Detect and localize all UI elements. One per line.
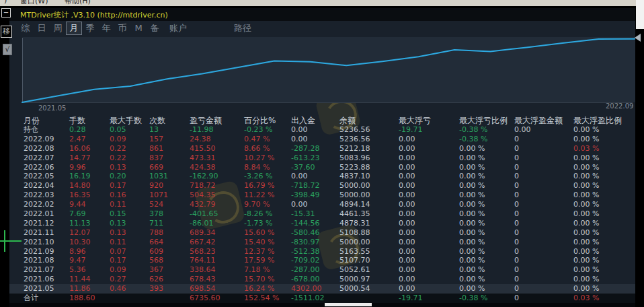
row-label: 2022.02: [24, 200, 69, 209]
table-cell: 0.00 %: [459, 265, 514, 275]
tab-日[interactable]: 日: [34, 22, 50, 35]
table-row[interactable]: 2021.1010.300.11664667.4215.40 %-830.975…: [9, 238, 635, 247]
table-cell: 11.22 %: [244, 191, 291, 200]
table-cell: -8.26 %: [244, 209, 291, 219]
tab-季[interactable]: 季: [82, 22, 98, 35]
table-cell: 0.00: [291, 135, 339, 144]
table-cell: 5000.54: [339, 284, 399, 294]
table-cell: 5223.88: [339, 163, 399, 172]
table-cell: 0.15: [110, 209, 149, 219]
row-label: 2021.07: [24, 265, 69, 275]
table-cell: 0.00 %: [459, 191, 514, 200]
table-cell: 0.00 %: [459, 284, 514, 294]
row-label: 2022.01: [24, 209, 69, 219]
table-cell: 378: [149, 209, 190, 219]
table-cell: 13: [149, 125, 190, 135]
table-row[interactable]: 2022.017.690.15378-401.65-8.26 %-15.3144…: [9, 209, 635, 219]
table-row[interactable]: 2022.0414.800.17920718.7216.79 %-718.725…: [9, 181, 635, 191]
table-cell: 0.00 %: [573, 163, 635, 172]
table-header-row: 月份手数最大手数次数盈亏金额百分比%出入金余额最大浮亏最大浮亏比例最大浮盈金额最…: [9, 115, 635, 125]
table-cell: 1071: [149, 191, 190, 200]
tab-月[interactable]: 月: [66, 22, 82, 35]
table-cell: 4302.00: [291, 284, 339, 294]
table-cell: 0: [514, 256, 573, 265]
tab-周[interactable]: 周: [50, 22, 66, 35]
table-cell: 0: [514, 284, 573, 294]
tab-路径[interactable]: 路径: [229, 22, 257, 35]
row-label: 2022.04: [24, 181, 69, 191]
os-menu-fragment[interactable]: ): [4, 0, 7, 5]
tab-年[interactable]: 年: [98, 22, 114, 35]
tab-币[interactable]: 币: [114, 22, 130, 35]
table-total-row[interactable]: 合计188.606735.60152.54 %-1511.02-19.71-0.…: [9, 294, 635, 303]
table-cell: 0.00: [514, 125, 573, 135]
table-cell: 0: [514, 247, 573, 257]
table-cell: 5052.61: [339, 265, 399, 275]
table-cell: 16.35: [69, 191, 110, 200]
table-row[interactable]: 2022.0316.350.161071504.3511.22 %-398.49…: [9, 191, 635, 200]
table-row[interactable]: 2021.089.470.17568764.1117.59 %-709.0251…: [9, 256, 635, 265]
table-row[interactable]: 2021.1112.070.13788689.3415.60 %-580.465…: [9, 228, 635, 238]
table-cell: 5000.00: [339, 238, 399, 247]
table-row[interactable]: 2021.0511.860.46393698.5416.24 %4302.005…: [9, 284, 635, 294]
table-cell: 11.44: [69, 275, 110, 284]
table-cell: 157: [149, 135, 190, 144]
table-row[interactable]: 2022.092.470.0915724.380.47 %0.005236.56…: [9, 135, 635, 144]
table-cell: -580.46: [291, 228, 339, 238]
table-cell: -86.01: [190, 219, 244, 228]
table-row[interactable]: 2021.075.360.09367338.647.18 %-287.00505…: [9, 265, 635, 275]
minimize-button[interactable]: −: [1, 8, 11, 18]
table-cell: 0: [514, 191, 573, 200]
table-cell: [339, 294, 399, 303]
table-cell: 626: [149, 275, 190, 284]
table-row[interactable]: 2021.1211.130.13711-86.01-1.73 %-144.564…: [9, 219, 635, 228]
table-cell: 0.00 %: [459, 247, 514, 257]
table-cell: 0.20: [110, 172, 149, 181]
table-cell: -19.71: [399, 125, 459, 135]
table-cell: 0.00 %: [459, 163, 514, 172]
table-cell: 0.00 %: [459, 256, 514, 265]
table-cell: 5.36: [69, 265, 110, 275]
tab-账户[interactable]: 账户: [163, 22, 194, 35]
tab-M[interactable]: M: [130, 22, 147, 35]
table-cell: 920: [149, 181, 190, 191]
table-row[interactable]: 2022.0714.770.22837473.3110.27 %-613.235…: [9, 154, 635, 163]
table-cell: 9.96: [69, 163, 110, 172]
move-button[interactable]: 移: [1, 26, 12, 38]
os-menu-window[interactable]: 窗口(W): [20, 0, 48, 6]
table-cell: 0.00 %: [573, 209, 635, 219]
table-cell: 0.13: [110, 219, 149, 228]
table-cell: 2.47: [69, 135, 110, 144]
table-cell: 0.00 %: [573, 256, 635, 265]
table-cell: -287.28: [291, 144, 339, 154]
tab-综[interactable]: 综: [17, 22, 34, 35]
os-menu-bar: ) 窗口(W) 帮助(H): [0, 0, 644, 6]
tab-备[interactable]: 备: [147, 22, 163, 35]
table-row[interactable]: 2021.0611.440.27626678.4315.70 %-678.005…: [9, 275, 635, 284]
table-row[interactable]: 2022.069.960.13669424.388.84 %-37.605223…: [9, 163, 635, 172]
table-row[interactable]: 2022.0816.060.22861415.508.66 %-287.2852…: [9, 144, 635, 154]
table-cell: 0.00 %: [573, 219, 635, 228]
check-button[interactable]: √: [3, 44, 12, 55]
table-row[interactable]: 2022.0516.190.201031-162.90-3.26 %0.0048…: [9, 172, 635, 181]
table-cell: -1511.02: [291, 294, 339, 303]
table-cell: 0.00: [399, 200, 459, 209]
table-cell: -830.97: [291, 238, 339, 247]
os-menu-help[interactable]: 帮助(H): [65, 0, 91, 6]
table-cell: 0.11: [110, 200, 149, 209]
table-cell: 0.00: [399, 256, 459, 265]
table-cell: 473.31: [190, 154, 244, 163]
table-row[interactable]: 2022.029.440.11524432.799.70 %0.004894.1…: [9, 200, 635, 209]
table-cell: 0.00 %: [573, 135, 635, 144]
table-cell: 0.00: [399, 247, 459, 257]
table-row[interactable]: 持仓0.280.0513-11.98-0.23 %0.005236.56-19.…: [9, 125, 635, 135]
table-cell: 0.09: [110, 135, 149, 144]
horizontal-scrollbar-track[interactable]: [9, 303, 635, 307]
table-cell: 17.59 %: [244, 256, 291, 265]
column-header: 百分比%: [244, 115, 291, 125]
table-cell: -613.23: [291, 154, 339, 163]
table-row[interactable]: 2021.098.960.07609568.2312.37 %-512.3851…: [9, 247, 635, 257]
table-cell: 0.00 %: [459, 172, 514, 181]
table-cell: -19.71: [399, 294, 459, 303]
horizontal-scrollbar-thumb[interactable]: [325, 303, 372, 306]
